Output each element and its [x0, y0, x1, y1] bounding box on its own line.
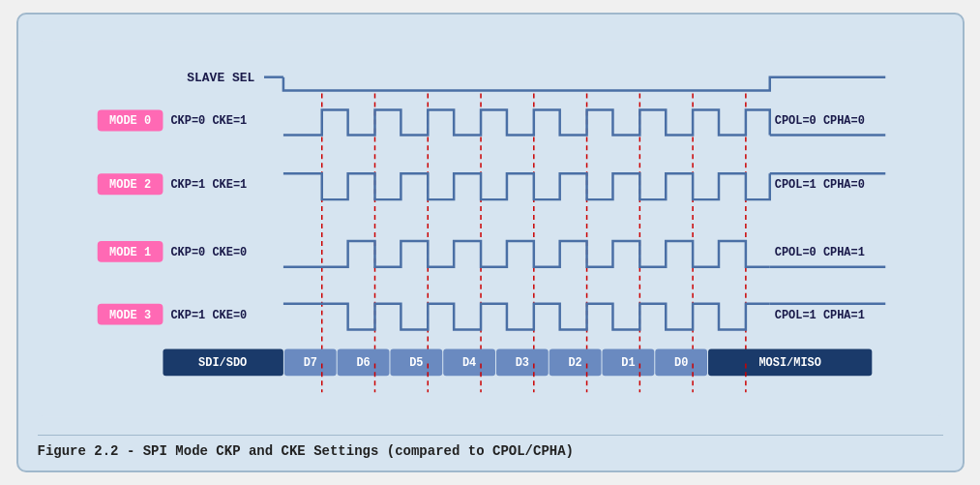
d0-label: D0: [673, 356, 687, 370]
slave-sel-label: SLAVE SEL: [187, 71, 254, 85]
d5-label: D5: [409, 356, 423, 370]
outer-container: SLAVE SEL MODE 0 CKP=0 C: [16, 13, 965, 472]
mode3-badge: MODE 3: [109, 309, 151, 322]
d2-label: D2: [568, 356, 581, 370]
d3-label: D3: [515, 356, 528, 370]
diagram-area: SLAVE SEL MODE 0 CKP=0 C: [38, 32, 943, 425]
mode2-badge: MODE 2: [109, 178, 151, 192]
mode0-params: CKP=0 CKE=1: [170, 114, 247, 128]
mode1-params: CKP=0 CKE=0: [170, 246, 247, 259]
figure-caption: Figure 2.2 - SPI Mode CKP and CKE Settin…: [38, 435, 943, 459]
d6-label: D6: [356, 356, 370, 370]
mosi-miso-label: MOSI/MISO: [758, 356, 820, 370]
diagram-svg: SLAVE SEL MODE 0 CKP=0 C: [38, 32, 943, 425]
mode2-params: CKP=1 CKE=1: [170, 178, 247, 192]
d4-label: D4: [461, 356, 475, 370]
mode3-params: CKP=1 CKE=0: [170, 309, 247, 322]
mode0-badge: MODE 0: [109, 114, 151, 128]
d7-label: D7: [303, 356, 316, 370]
mode2-right: CPOL=1 CPHA=0: [774, 178, 864, 192]
mode1-badge: MODE 1: [109, 246, 151, 259]
d1-label: D1: [621, 356, 635, 370]
mode0-right: CPOL=0 CPHA=0: [774, 114, 864, 128]
sdi-sdo-label: SDI/SDO: [198, 356, 247, 370]
mode1-right: CPOL=0 CPHA=1: [774, 246, 864, 259]
mode3-right: CPOL=1 CPHA=1: [774, 309, 864, 322]
